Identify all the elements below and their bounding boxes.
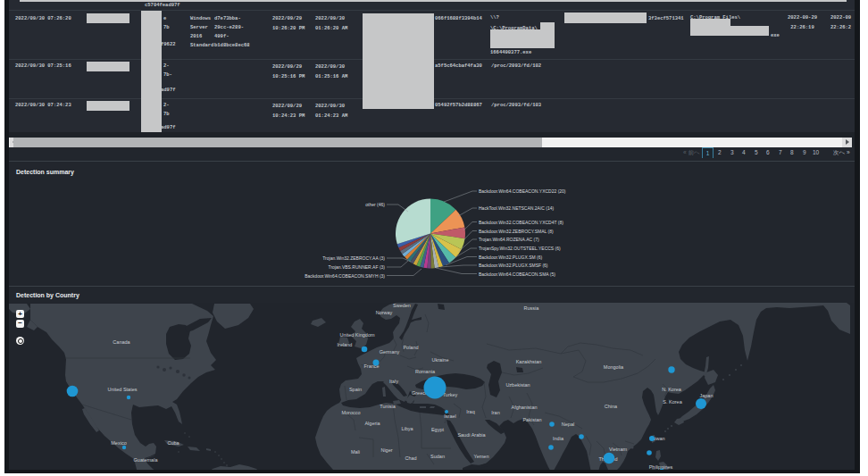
svg-text:Uzbekistan: Uzbekistan xyxy=(505,382,530,388)
svg-text:Sweden: Sweden xyxy=(393,303,411,308)
svg-text:Mongolia: Mongolia xyxy=(604,364,624,370)
svg-text:Mali: Mali xyxy=(351,449,360,455)
svg-text:HackTool.Win32.NETSCAN.2AIC (1: HackTool.Win32.NETSCAN.2AIC (14) xyxy=(479,205,555,211)
svg-text:Iran: Iran xyxy=(491,410,499,415)
svg-text:Morocco: Morocco xyxy=(341,410,360,415)
svg-text:Sudan: Sudan xyxy=(430,454,445,459)
svg-text:Guatemala: Guatemala xyxy=(134,457,159,463)
svg-text:Egypt: Egypt xyxy=(431,427,445,432)
svg-text:Tunisia: Tunisia xyxy=(380,404,396,409)
svg-text:Chad: Chad xyxy=(405,455,416,461)
svg-text:Turkey: Turkey xyxy=(443,392,458,397)
svg-text:Backdoor.Win32.COBEACON.YXCD4T: Backdoor.Win32.COBEACON.YXCD4T (8) xyxy=(479,220,563,225)
svg-text:Mexico: Mexico xyxy=(111,440,126,446)
svg-text:United States: United States xyxy=(107,387,137,392)
svg-text:Trojan.VBS.RUNNER.AF (3): Trojan.VBS.RUNNER.AF (3) xyxy=(329,264,386,270)
svg-text:Japan: Japan xyxy=(700,393,714,398)
svg-text:Pakistan: Pakistan xyxy=(522,417,541,422)
svg-text:Germany: Germany xyxy=(380,349,400,355)
svg-text:China: China xyxy=(605,404,618,409)
svg-text:Cuba: Cuba xyxy=(167,440,179,446)
svg-text:Vietnam: Vietnam xyxy=(609,447,627,452)
svg-text:Libya: Libya xyxy=(401,426,413,431)
svg-text:India: India xyxy=(553,436,564,441)
svg-text:Russia: Russia xyxy=(524,305,540,311)
svg-text:TrojanSpy.Win32.OUTSTEEL.YECCS: TrojanSpy.Win32.OUTSTEEL.YECCS (6) xyxy=(479,246,561,251)
svg-text:Backdoor.Win32.ZEBROCY.SMAL (8: Backdoor.Win32.ZEBROCY.SMAL (8) xyxy=(479,229,554,234)
svg-text:Poland: Poland xyxy=(403,345,418,350)
svg-text:Nepal: Nepal xyxy=(562,422,574,427)
svg-text:Canada: Canada xyxy=(113,339,130,345)
svg-text:Spain: Spain xyxy=(349,387,362,392)
svg-text:Backdoor.Win64.COBEACON.SMA (5: Backdoor.Win64.COBEACON.SMA (5) xyxy=(479,271,555,277)
svg-text:S. Korea: S. Korea xyxy=(663,399,682,405)
svg-text:United Kingdom: United Kingdom xyxy=(339,332,375,338)
svg-text:Ukraine: Ukraine xyxy=(432,357,449,363)
svg-text:Backdoor.Win32.PLUGX.SMSF (6): Backdoor.Win32.PLUGX.SMSF (6) xyxy=(479,263,548,268)
svg-text:Algeria: Algeria xyxy=(364,421,380,426)
svg-text:other (46): other (46) xyxy=(365,202,385,207)
svg-text:Kazakhstan: Kazakhstan xyxy=(516,359,542,364)
svg-text:Trojan.Win32.ZEBROCY.AA (3): Trojan.Win32.ZEBROCY.AA (3) xyxy=(322,255,385,261)
svg-text:N. Korea: N. Korea xyxy=(662,387,682,392)
svg-text:Trojan.Win64.ROZENA.AC (7): Trojan.Win64.ROZENA.AC (7) xyxy=(479,237,539,242)
svg-text:Iraq: Iraq xyxy=(466,409,474,414)
svg-text:Saudi Arabia: Saudi Arabia xyxy=(457,432,486,438)
svg-text:Romania: Romania xyxy=(415,369,436,374)
svg-text:Niger: Niger xyxy=(380,447,392,453)
svg-text:Ireland: Ireland xyxy=(338,342,353,347)
svg-text:Backdoor.Win64.COBEACON.YXCD22: Backdoor.Win64.COBEACON.YXCD22 (20) xyxy=(479,188,566,194)
svg-text:Israel: Israel xyxy=(444,413,455,419)
svg-text:Afghanistan: Afghanistan xyxy=(511,405,537,410)
svg-text:Backdoor.Win32.PLUGX.SM (6): Backdoor.Win32.PLUGX.SM (6) xyxy=(479,255,542,260)
svg-text:Yemen: Yemen xyxy=(474,454,489,459)
svg-text:Italy: Italy xyxy=(389,379,398,384)
svg-text:Backdoor.Win64.COBEACON.SMYH (: Backdoor.Win64.COBEACON.SMYH (3) xyxy=(305,273,385,279)
svg-text:Norway: Norway xyxy=(376,310,393,315)
